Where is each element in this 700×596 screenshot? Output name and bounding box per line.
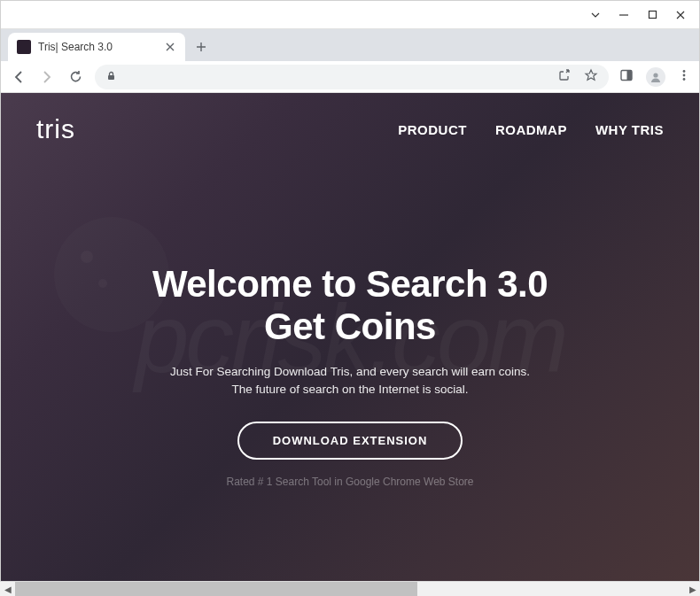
new-tab-button[interactable] [189, 35, 214, 59]
window-close-button[interactable] [674, 9, 687, 21]
address-bar[interactable] [95, 65, 609, 89]
close-tab-button[interactable] [164, 41, 176, 53]
window-titlebar [1, 1, 699, 29]
svg-point-6 [683, 74, 686, 76]
tab-title: Tris| Search 3.0 [38, 41, 157, 53]
hero-title: Welcome to Search 3.0 Get Coins [1, 263, 699, 349]
scroll-thumb[interactable] [15, 582, 417, 596]
svg-rect-0 [649, 12, 656, 19]
site-nav: PRODUCT ROADMAP WHY TRIS [398, 122, 664, 137]
window-maximize-button[interactable] [646, 9, 658, 21]
hero-subtitle: Just For Searching Download Tris, and ev… [1, 363, 699, 399]
tab-favicon [17, 40, 31, 54]
hero-title-line1: Welcome to Search 3.0 [1, 263, 699, 306]
hero-section: Welcome to Search 3.0 Get Coins Just For… [1, 166, 699, 488]
svg-point-4 [653, 73, 657, 77]
download-extension-button[interactable]: DOWNLOAD EXTENSION [237, 422, 463, 460]
scroll-track[interactable] [15, 582, 685, 596]
scroll-right-arrow[interactable]: ▶ [685, 582, 700, 597]
window-dropdown-icon[interactable] [589, 9, 602, 21]
site-header: tris PRODUCT ROADMAP WHY TRIS [1, 93, 699, 166]
svg-rect-3 [627, 70, 633, 80]
nav-product[interactable]: PRODUCT [398, 122, 467, 137]
nav-why-tris[interactable]: WHY TRIS [595, 122, 664, 137]
forward-button [38, 68, 56, 86]
hero-title-line2: Get Coins [1, 306, 699, 348]
svg-point-7 [683, 78, 686, 81]
tab-strip: Tris| Search 3.0 [1, 29, 699, 61]
lock-icon [105, 69, 117, 85]
hero-subtitle-line1: Just For Searching Download Tris, and ev… [1, 363, 699, 381]
scroll-left-arrow[interactable]: ◀ [0, 582, 15, 597]
bookmark-icon[interactable] [584, 68, 598, 86]
share-icon[interactable] [557, 68, 572, 86]
site-logo[interactable]: tris [36, 114, 75, 144]
browser-tab[interactable]: Tris| Search 3.0 [8, 33, 185, 61]
nav-roadmap[interactable]: ROADMAP [495, 122, 567, 137]
page-viewport: pcrisk.com tris PRODUCT ROADMAP WHY TRIS… [1, 93, 699, 582]
svg-rect-1 [108, 75, 114, 80]
window-minimize-button[interactable] [618, 9, 630, 21]
svg-point-5 [683, 70, 686, 73]
back-button[interactable] [10, 68, 27, 86]
rating-text: Rated # 1 Search Tool in Google Chrome W… [1, 476, 699, 488]
profile-avatar[interactable] [646, 67, 665, 87]
side-panel-icon[interactable] [619, 68, 634, 86]
horizontal-scrollbar[interactable]: ◀ ▶ [0, 581, 700, 596]
menu-icon[interactable] [678, 69, 690, 85]
hero-subtitle-line2: The future of search on the Internet is … [1, 381, 699, 399]
reload-button[interactable] [66, 68, 84, 86]
browser-toolbar [1, 61, 699, 93]
